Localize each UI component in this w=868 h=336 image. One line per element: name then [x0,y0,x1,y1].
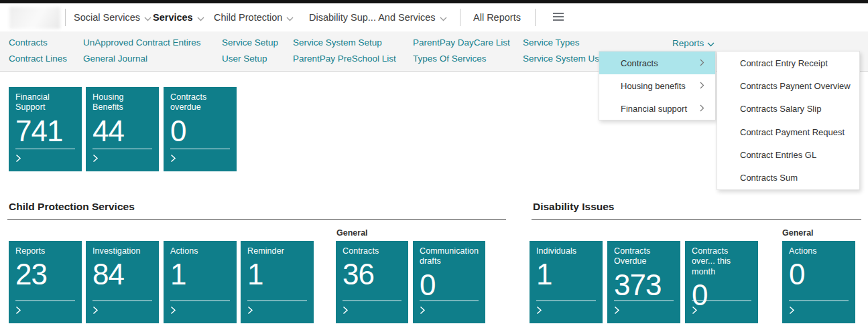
tile-contracts[interactable]: Contracts 36 [336,241,408,323]
top-navigation: Social Services Services Child Protectio… [0,3,868,31]
tile-divider [15,149,75,149]
menu-label: Disability Sup... And Services [309,3,436,31]
separator [65,9,66,26]
group-label-general: General [336,228,368,238]
app-logo[interactable] [9,7,60,29]
menu-item-contract-entries-gl[interactable]: Contract Entries GL [717,143,859,166]
link-parentpay-preschool-list[interactable]: ParentPay PreSchool List [293,54,396,64]
link-service-system-users[interactable]: Service System Us [523,54,599,64]
chevron-down-icon [707,39,715,49]
app-window: Social Services Services Child Protectio… [0,0,868,336]
chevron-right-icon [92,305,99,317]
link-service-setup[interactable]: Service Setup [222,37,278,48]
menu-label: Services [153,3,193,31]
tile-contracts-overdue-disability[interactable]: Contracts Overdue 373 [607,241,680,323]
tile-reports[interactable]: Reports 23 [9,241,82,323]
chevron-right-icon [614,305,620,317]
tile-actions-disability[interactable]: Actions 0 [782,241,855,323]
chevron-right-icon [170,153,176,165]
chevron-right-icon [170,305,176,317]
group-label-general: General [782,228,814,238]
tile-communication-drafts[interactable]: Communication drafts 0 [413,241,485,323]
separator [535,9,536,26]
chevron-right-icon [700,104,704,114]
menu-item-financial-support[interactable]: Financial support [599,97,715,120]
chevron-down-icon [144,4,151,32]
contracts-submenu-panel: Contract Entry Receipt Contracts Paynent… [717,51,860,190]
menu-child-protection[interactable]: Child Protection [214,3,294,31]
menu-item-contracts-paynent-overview[interactable]: Contracts Paynent Overview [717,74,859,97]
tile-divider [92,301,152,301]
chevron-down-icon [440,4,447,32]
tile-divider [343,301,401,301]
link-user-setup[interactable]: User Setup [222,54,267,64]
chevron-right-icon [92,153,99,165]
chevron-right-icon [15,153,21,165]
tile-divider [789,301,849,301]
chevron-right-icon [700,58,704,68]
tile-investigation[interactable]: Investigation 84 [86,241,159,323]
tile-housing-benefits[interactable]: Housing Benefits 44 [86,87,159,171]
chevron-right-icon [247,305,253,317]
menu-disability-support[interactable]: Disability Sup... And Services [309,3,447,31]
hamburger-menu-icon[interactable] [552,12,564,24]
chevron-right-icon [343,305,349,317]
chevron-right-icon [692,305,698,317]
menu-label: Social Services [74,3,140,31]
chevron-down-icon [286,4,294,32]
separator [460,9,460,26]
chevron-right-icon [700,81,704,91]
section-title-child-protection: Child Protection Services [9,201,135,213]
reports-menu-panel: Contracts Housing benefits Financial sup… [599,51,716,120]
menu-item-contracts-sum[interactable]: Contracts Sum [717,166,859,189]
link-unapproved-contract-entires[interactable]: UnApproved Contract Entires [83,37,201,48]
tile-individuals[interactable]: Individuals 1 [530,241,603,323]
menu-social-services[interactable]: Social Services [74,3,151,31]
link-general-journal[interactable]: General Journal [83,54,147,64]
chevron-right-icon [420,305,426,317]
tile-divider [247,301,307,301]
chevron-right-icon [789,305,795,317]
tile-actions[interactable]: Actions 1 [164,241,237,323]
tile-divider [692,301,751,301]
tile-divider [420,301,479,301]
section-divider [532,219,861,220]
tile-divider [92,149,152,149]
tile-divider [614,301,674,301]
link-types-of-services[interactable]: Types Of Services [413,54,487,64]
tile-divider [170,149,230,149]
menu-item-contracts-salary-slip[interactable]: Contracts Salary Slip [717,98,859,120]
link-contracts[interactable]: Contracts [9,37,48,48]
link-contract-lines[interactable]: Contract Lines [9,54,67,64]
menu-item-contracts[interactable]: Contracts [599,52,715,74]
menu-item-contract-entry-receipt[interactable]: Contract Entry Receipt [717,52,859,74]
link-service-system-setup[interactable]: Service System Setup [293,37,382,48]
menu-item-housing-benefits[interactable]: Housing benefits [599,74,715,97]
menu-item-contract-payment-request[interactable]: Contract Payment Request [717,120,859,143]
link-service-types[interactable]: Service Types [523,37,580,48]
tile-divider [170,301,230,301]
section-title-disability: Disability Issues [533,201,614,213]
menu-all-reports[interactable]: All Reports [473,3,521,31]
menu-services[interactable]: Services [153,3,204,31]
chevron-right-icon [536,305,542,317]
tile-contracts-overdue-this-month[interactable]: Contracts over... this month 0 [685,241,758,323]
tile-financial-support[interactable]: Financial Support 741 [9,87,82,171]
chevron-down-icon [197,4,204,32]
tile-reminder[interactable]: Reminder 1 [241,241,314,323]
menu-label: Child Protection [214,3,282,31]
chevron-right-icon [15,305,21,317]
menu-label: All Reports [473,3,521,31]
tile-divider [536,301,596,301]
section-divider [7,219,506,220]
link-parentpay-daycare-list[interactable]: ParentPay DayCare List [413,37,510,48]
reports-dropdown-trigger[interactable]: Reports [672,37,715,49]
tile-contracts-overdue[interactable]: Contracts overdue 0 [164,87,237,171]
tile-divider [15,301,75,301]
